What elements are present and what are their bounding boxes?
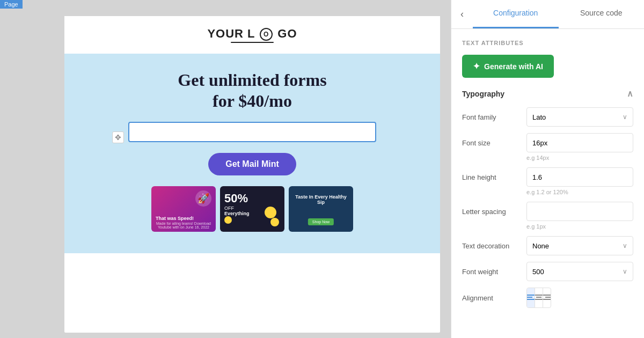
- font-size-row: Font size: [462, 133, 633, 152]
- letter-spacing-input[interactable]: [526, 202, 633, 221]
- logo-underline: [231, 42, 274, 43]
- text-decoration-dropdown[interactable]: None ∨: [526, 236, 633, 255]
- template-previews: 🚀 That was Speed! Made for ailing teams!…: [75, 186, 429, 243]
- preview-card-3: Taste In Every Healthy Sip Shop Now: [289, 186, 353, 232]
- panel-body: TEXT ATTRIBUTES ✦ Generate with AI Typog…: [451, 29, 644, 338]
- svg-rect-6: [543, 295, 551, 296]
- svg-rect-1: [527, 297, 532, 298]
- align-right-button[interactable]: [543, 288, 551, 307]
- font-family-value: Lato: [532, 113, 546, 121]
- preview-card-3-text: Taste In Every Healthy Sip: [293, 194, 349, 205]
- line-height-input[interactable]: [526, 167, 633, 187]
- alignment-label: Alignment: [462, 294, 521, 302]
- logo-area: YOUR L O GO: [207, 27, 297, 43]
- text-decoration-chevron: ∨: [623, 242, 627, 249]
- yellow-circle-3: [270, 218, 279, 226]
- letter-spacing-row: Letter spacing: [462, 202, 633, 221]
- svg-rect-5: [535, 299, 543, 300]
- preview-card-3-btn: Shop Now: [308, 218, 334, 225]
- generate-ai-label: Generate with AI: [484, 62, 543, 71]
- cta-button[interactable]: Get Mail Mint: [208, 153, 296, 175]
- font-weight-label: Font weight: [462, 268, 521, 276]
- font-size-input[interactable]: [526, 133, 633, 152]
- move-handle[interactable]: ✥: [112, 131, 124, 143]
- line-height-row: Line height: [462, 167, 633, 187]
- font-family-dropdown[interactable]: Lato ∨: [526, 107, 633, 127]
- line-height-label: Line height: [462, 173, 521, 181]
- collapse-icon[interactable]: ∧: [627, 89, 633, 99]
- font-size-hint: e.g 14px: [462, 155, 633, 161]
- font-family-chevron: ∨: [623, 113, 627, 121]
- preview-card-2: 50% OFF Everything: [220, 186, 284, 232]
- align-right-icon: [543, 295, 551, 301]
- hero-title: Get unlimited forms for $40/mo: [75, 70, 429, 111]
- text-attributes-label: TEXT ATTRIBUTES: [462, 40, 633, 46]
- align-center-icon: [535, 295, 543, 301]
- svg-rect-0: [527, 295, 535, 296]
- letter-spacing-label: Letter spacing: [462, 208, 521, 216]
- yellow-circle-1: [224, 216, 232, 224]
- back-button[interactable]: ‹: [451, 0, 473, 28]
- svg-rect-3: [535, 295, 543, 296]
- align-left-icon: [527, 295, 535, 301]
- hero-email-input[interactable]: [128, 122, 376, 142]
- text-decoration-value: None: [532, 242, 549, 250]
- yellow-circle-2: [265, 207, 276, 218]
- canvas-content: YOUR L O GO Get unlimited forms for $40/…: [64, 16, 440, 333]
- page-label: Page: [0, 0, 23, 9]
- text-decoration-label: Text decoration: [462, 242, 521, 250]
- template-hero: Get unlimited forms for $40/mo ✥ Get Mai…: [64, 54, 440, 253]
- svg-rect-7: [545, 297, 551, 298]
- font-weight-row: Font weight 500 ∨: [462, 262, 633, 281]
- svg-rect-2: [527, 299, 535, 300]
- logo-suffix: GO: [277, 27, 297, 40]
- preview-card-1: 🚀 That was Speed! Made for ailing teams!…: [151, 186, 216, 232]
- typography-section-title: Typography ∧: [462, 89, 633, 99]
- ai-icon: ✦: [473, 61, 480, 71]
- back-icon: ‹: [460, 9, 464, 20]
- tab-configuration[interactable]: Configuration: [473, 0, 559, 28]
- line-height-hint: e.g 1.2 or 120%: [462, 189, 633, 195]
- align-left-button[interactable]: [527, 288, 535, 307]
- logo-circle: O: [260, 28, 273, 41]
- tab-source-code[interactable]: Source code: [559, 0, 645, 28]
- preview-card-2-everything: Everything: [224, 211, 250, 216]
- svg-rect-4: [536, 297, 541, 298]
- alignment-row: Alignment: [462, 288, 633, 308]
- right-panel: ‹ Configuration Source code TEXT ATTRIBU…: [451, 0, 644, 338]
- font-size-label: Font size: [462, 139, 521, 147]
- svg-rect-8: [543, 299, 551, 300]
- text-decoration-row: Text decoration None ∨: [462, 236, 633, 255]
- canvas-area: Page YOUR L O GO Get unlimited forms for…: [0, 0, 451, 338]
- font-weight-chevron: ∨: [623, 268, 627, 275]
- preview-card-2-big-text: 50%: [224, 192, 248, 205]
- letter-spacing-hint: e.g 1px: [462, 223, 633, 230]
- typography-label: Typography: [462, 90, 504, 98]
- font-weight-dropdown[interactable]: 500 ∨: [526, 262, 633, 281]
- logo-text: YOUR L: [207, 27, 255, 40]
- move-icon: ✥: [115, 133, 121, 142]
- font-family-label: Font family: [462, 113, 521, 121]
- preview-card-2-sub: OFF: [224, 205, 234, 211]
- font-family-row: Font family Lato ∨: [462, 107, 633, 127]
- panel-tabs: ‹ Configuration Source code: [451, 0, 644, 29]
- template-header: YOUR L O GO: [64, 16, 440, 54]
- alignment-group: [526, 288, 551, 308]
- preview-card-1-text: That was Speed!: [156, 216, 194, 221]
- font-weight-value: 500: [532, 268, 544, 276]
- align-center-button[interactable]: [535, 288, 543, 307]
- generate-ai-button[interactable]: ✦ Generate with AI: [462, 55, 554, 78]
- email-template: YOUR L O GO Get unlimited forms for $40/…: [64, 16, 440, 253]
